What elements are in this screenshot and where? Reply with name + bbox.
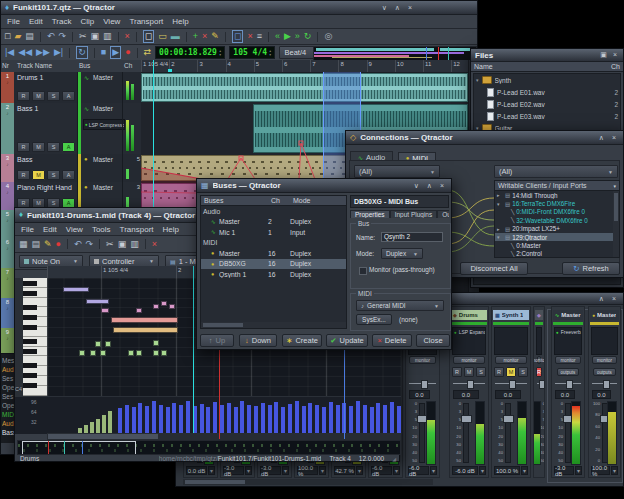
strip-plugins[interactable]: ●Freeverb (Ste xyxy=(554,327,582,355)
track-a-button[interactable]: A xyxy=(62,91,75,101)
strip-header[interactable]: ◆ xyxy=(535,310,543,320)
velocity-bar[interactable] xyxy=(132,407,136,434)
velocity-bar[interactable] xyxy=(274,402,278,434)
track-number[interactable]: 8♪ xyxy=(1,298,14,329)
strip-s-button[interactable]: S xyxy=(518,367,528,377)
col-mode[interactable]: Mode xyxy=(293,197,311,204)
tree-port-item[interactable]: ╲32:Wavetable DMX6fire 0 xyxy=(495,216,619,224)
connections-titlebar[interactable]: ◇ Connections — Qtractor ∧ × xyxy=(346,131,623,145)
pan-handle[interactable] xyxy=(421,380,428,389)
add-track-icon[interactable]: + xyxy=(193,31,198,42)
mixer-strip[interactable]: ∿Master●Freeverb (Stemonitoroutputs0.003… xyxy=(551,306,585,478)
tree-arrow-icon[interactable]: ▸ xyxy=(497,226,503,232)
tree-scrollbar[interactable] xyxy=(613,191,619,257)
velocity-bar[interactable] xyxy=(247,405,251,434)
velocity-bar[interactable] xyxy=(363,405,367,434)
black-key[interactable] xyxy=(23,291,37,296)
menu-transport[interactable]: Transport xyxy=(120,225,154,234)
edit-head-marker[interactable] xyxy=(168,69,172,72)
velocity-bar[interactable] xyxy=(179,405,183,434)
velocity-bar[interactable] xyxy=(322,407,326,434)
velocity-bar[interactable] xyxy=(206,407,210,434)
writable-header[interactable]: Writable Clients / Input Ports xyxy=(498,182,613,189)
close-button[interactable]: Close xyxy=(416,334,450,347)
bus-group-row[interactable]: MIDI xyxy=(201,238,346,249)
strip-header[interactable]: ∿Master xyxy=(553,310,583,320)
undo-icon[interactable]: ↶ xyxy=(74,239,82,250)
monitor-button[interactable]: monitor xyxy=(592,356,617,364)
velocity-bar[interactable] xyxy=(220,405,224,434)
track-number[interactable]: 9♪ xyxy=(1,328,14,354)
track-r-button[interactable]: R xyxy=(17,142,30,152)
filter-right-combo[interactable]: (All)▼ xyxy=(494,165,618,178)
track-properties-icon[interactable]: ✎ xyxy=(211,31,219,42)
col-buses[interactable]: Buses xyxy=(204,197,271,204)
menu-view[interactable]: View xyxy=(66,225,83,234)
punch-icon[interactable]: ⇄ xyxy=(144,47,152,58)
outputs-button[interactable]: outputs xyxy=(557,368,580,376)
tree-client-item[interactable]: ▸▤14:Midi Through xyxy=(495,191,619,199)
track-m-button[interactable]: M xyxy=(32,142,45,152)
value-spin-button[interactable]: ▾ xyxy=(393,466,400,475)
edit-clip-icon[interactable]: ▬ xyxy=(171,31,180,42)
track-m-button[interactable]: M xyxy=(32,170,45,180)
metronome-icon[interactable]: ◎ xyxy=(324,31,332,42)
velocity-bar[interactable] xyxy=(329,402,333,434)
track-row[interactable]: 2♪Bass 1RMSA∿Master●LSP Compressor xyxy=(1,103,141,155)
loop-toggle-icon[interactable]: ↻ xyxy=(304,31,312,42)
sysex-button[interactable]: SysEx... xyxy=(356,314,392,325)
value-spin-button[interactable]: ▾ xyxy=(611,466,618,475)
strip-plugins[interactable] xyxy=(494,327,528,355)
cut-icon[interactable]: ✂ xyxy=(106,239,114,250)
menu-tools[interactable]: Tools xyxy=(92,225,111,234)
menu-edit[interactable]: Edit xyxy=(43,225,57,234)
velocity-bar[interactable] xyxy=(288,404,292,434)
bus-group-row[interactable]: Audio xyxy=(201,206,346,217)
buses-window[interactable]: ▦ Buses — Qtractor ∨ ∧ × Buses Ch Mode A… xyxy=(196,178,452,350)
redo-icon[interactable]: ↷ xyxy=(86,239,94,250)
velocity-bar[interactable] xyxy=(261,403,265,434)
fader-handle[interactable] xyxy=(461,415,472,423)
fader-handle[interactable] xyxy=(503,415,514,423)
velocity-bar[interactable] xyxy=(240,401,244,434)
tree-client-item[interactable]: ▸▤20:Impact LX25+ xyxy=(495,225,619,233)
velocity-bar[interactable] xyxy=(295,401,299,434)
float-icon[interactable]: ▣ xyxy=(600,51,609,58)
tree-port-item[interactable]: ╲0:Master xyxy=(495,241,619,249)
velocity-bar[interactable] xyxy=(308,403,312,434)
black-key[interactable] xyxy=(23,349,37,354)
track-s-button[interactable]: S xyxy=(47,170,60,180)
file-item[interactable]: ▾Synth xyxy=(474,74,620,86)
close-icon[interactable]: × xyxy=(612,134,619,141)
plugin-entry[interactable]: ●LSP Expande xyxy=(453,328,485,336)
update-button[interactable]: ✔Update xyxy=(326,334,368,347)
velocity-bar[interactable] xyxy=(125,405,129,434)
edit-range-icon[interactable]: ▭ xyxy=(158,31,167,42)
strip-r-button[interactable]: R xyxy=(494,367,504,377)
main-window-buttons[interactable]: ∨ ∧ × xyxy=(382,4,415,12)
disconnect-all-button[interactable]: Disconnect All xyxy=(460,262,528,275)
buses-titlebar[interactable]: ▦ Buses — Qtractor ∨ ∧ × xyxy=(197,179,451,193)
delete-button[interactable]: ×Delete xyxy=(372,334,412,347)
velocity-bar[interactable] xyxy=(102,415,106,434)
velocity-bar[interactable] xyxy=(397,406,401,434)
name-field[interactable]: Qsynth 2 xyxy=(381,232,443,242)
thumbnail-viewport[interactable] xyxy=(22,441,136,455)
track-a-button[interactable]: A xyxy=(62,170,75,180)
plugin-entry[interactable]: ●Freeverb (Ste xyxy=(555,328,581,336)
editor-thumbnail[interactable] xyxy=(17,440,401,455)
tab-properties[interactable]: Properties xyxy=(350,210,390,218)
mixer-scrollbar[interactable] xyxy=(183,479,433,485)
velocity-bar[interactable] xyxy=(108,411,112,434)
velocity-bar[interactable] xyxy=(383,405,387,434)
velocity-bar[interactable] xyxy=(166,407,170,434)
black-key[interactable] xyxy=(23,325,37,330)
play-head-icon[interactable]: ▶ xyxy=(284,31,291,42)
monitor-button[interactable]: monitor xyxy=(537,356,541,364)
strip-header[interactable]: ●Master xyxy=(590,310,619,320)
maximize-icon[interactable]: ∧ xyxy=(395,4,403,11)
bus-row[interactable]: ●Master16Duplex xyxy=(201,248,346,259)
mixer-strip[interactable]: ●Mastermonitoroutputs0.0100806040200100.… xyxy=(588,306,621,478)
plugin-entry[interactable]: ●LSP Compressor xyxy=(83,119,125,130)
strip-plugins[interactable]: ●LSP Expande xyxy=(452,327,486,355)
